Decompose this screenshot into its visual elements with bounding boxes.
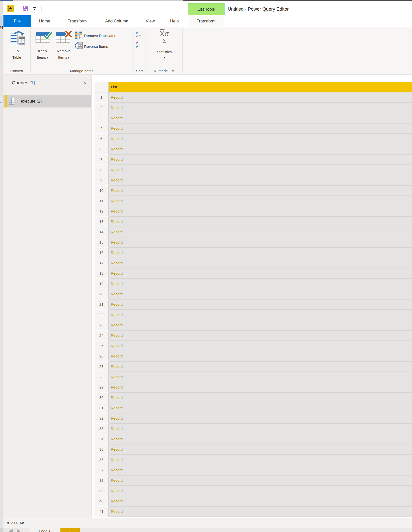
record-link[interactable]: Record: [109, 186, 412, 196]
record-link[interactable]: Record: [109, 279, 412, 289]
group-label-manage-items: Manage Items: [70, 69, 93, 73]
underlying-window-left-strip: te: [0, 1, 3, 528]
table-row: 27Record: [94, 362, 412, 372]
record-link[interactable]: Record: [109, 144, 412, 155]
ribbon-group-separator: [146, 29, 146, 73]
page-nav-right-icon[interactable]: [17, 529, 20, 532]
row-number: 20: [94, 289, 109, 300]
reverse-items-button[interactable]: Reverse Items: [84, 44, 108, 49]
to-table-icon: [10, 31, 25, 46]
list-column-header[interactable]: List: [109, 82, 412, 92]
row-number: 36: [94, 455, 109, 465]
items-count: 812 ITEMS: [7, 521, 25, 525]
table-row: 14Record: [94, 227, 412, 237]
sort-za-icon: Z A: [136, 42, 138, 48]
record-link[interactable]: Record: [109, 362, 412, 372]
row-number: 16: [94, 248, 109, 258]
statistics-button[interactable]: Statistics: [152, 50, 177, 54]
record-link[interactable]: Record: [109, 217, 412, 227]
query-item-execute[interactable]: [3, 95, 92, 107]
table-row: 23Record: [94, 320, 412, 331]
sort-ascending-button[interactable]: A Z ↓: [136, 31, 141, 37]
record-link[interactable]: Record: [109, 175, 412, 186]
page-tab[interactable]: Page 1: [29, 528, 60, 532]
record-link[interactable]: Record: [109, 351, 412, 362]
dropdown-caret-icon[interactable]: ▾: [152, 56, 177, 59]
record-link[interactable]: Record: [109, 124, 412, 134]
table-row: 32Record: [94, 413, 412, 424]
sort-descending-button[interactable]: Z A ↓: [136, 42, 141, 48]
row-number: 37: [94, 465, 109, 476]
record-link[interactable]: Record: [109, 310, 412, 320]
underlying-corner: [0, 528, 3, 532]
record-link[interactable]: Record: [109, 206, 412, 217]
record-link[interactable]: Record: [109, 393, 412, 403]
record-link[interactable]: Record: [109, 434, 412, 444]
table-row: 20Record: [94, 289, 412, 300]
underlying-table-icon: [0, 97, 2, 101]
row-number: 19: [94, 279, 109, 289]
save-icon[interactable]: [22, 6, 28, 13]
record-link[interactable]: Record: [109, 403, 412, 413]
tab-view[interactable]: View: [146, 15, 155, 27]
record-link[interactable]: Record: [109, 196, 412, 206]
underlying-table-icon: [0, 102, 2, 107]
row-number: 15: [94, 237, 109, 248]
record-link[interactable]: Record: [109, 486, 412, 496]
record-link[interactable]: Record: [109, 372, 412, 382]
power-bi-logo-icon: [7, 5, 14, 12]
record-link[interactable]: Record: [109, 341, 412, 351]
group-label-sort: Sort: [136, 69, 143, 73]
remove-duplicates-button[interactable]: Remove Duplicates: [84, 34, 116, 38]
record-link[interactable]: Record: [109, 134, 412, 144]
table-row: 2Record: [94, 103, 412, 113]
collapse-panel-icon[interactable]: <: [84, 80, 86, 86]
tab-add-column[interactable]: Add Column: [105, 15, 128, 27]
statistics-icon: Xσ: [152, 30, 177, 38]
record-link[interactable]: Record: [109, 465, 412, 476]
table-row: 34Record: [94, 434, 412, 444]
table-row: 35Record: [94, 444, 412, 455]
page-nav-left-icon[interactable]: [9, 529, 13, 532]
record-link[interactable]: Record: [109, 289, 412, 300]
record-link[interactable]: Record: [109, 92, 412, 103]
tab-file[interactable]: File: [3, 15, 31, 27]
record-link[interactable]: Record: [109, 165, 412, 175]
tab-transform[interactable]: Transform: [68, 15, 87, 27]
row-number: 38: [94, 476, 109, 486]
record-link[interactable]: Record: [109, 258, 412, 268]
record-link[interactable]: Record: [109, 227, 412, 237]
table-row: 7Record: [94, 155, 412, 165]
table-row: 15Record: [94, 237, 412, 248]
record-link[interactable]: Record: [109, 113, 412, 124]
record-link[interactable]: Record: [109, 320, 412, 331]
record-link[interactable]: Record: [109, 424, 412, 434]
record-link[interactable]: Record: [109, 382, 412, 393]
record-link[interactable]: Record: [109, 444, 412, 455]
new-page-button[interactable]: +: [60, 528, 80, 532]
tab-list-tools-transform[interactable]: Transform: [188, 15, 224, 28]
record-link[interactable]: Record: [109, 455, 412, 465]
record-link[interactable]: Record: [109, 268, 412, 279]
ribbon-group-separator: [133, 29, 133, 73]
table-row: 37Record: [94, 465, 412, 476]
table-row: 38Record: [94, 476, 412, 486]
record-link[interactable]: Record: [109, 103, 412, 113]
record-link[interactable]: Record: [109, 496, 412, 507]
record-link[interactable]: Record: [109, 413, 412, 424]
quick-access-dropdown-icon[interactable]: [33, 7, 36, 10]
table-row: 26Record: [94, 351, 412, 362]
statistics-sigma-icon: Σ: [152, 37, 177, 44]
record-link[interactable]: Record: [109, 300, 412, 310]
record-link[interactable]: Record: [109, 507, 412, 517]
record-link[interactable]: Record: [109, 331, 412, 341]
record-link[interactable]: Record: [109, 248, 412, 258]
remove-items-button[interactable]: Remove Items▾: [64, 49, 86, 59]
record-link[interactable]: Record: [109, 237, 412, 248]
tab-home[interactable]: Home: [39, 15, 50, 27]
record-link[interactable]: Record: [109, 155, 412, 165]
table-row: 18Record: [94, 268, 412, 279]
tab-help[interactable]: Help: [170, 15, 179, 27]
ribbon-group-separator: [182, 29, 183, 73]
record-link[interactable]: Record: [109, 476, 412, 486]
